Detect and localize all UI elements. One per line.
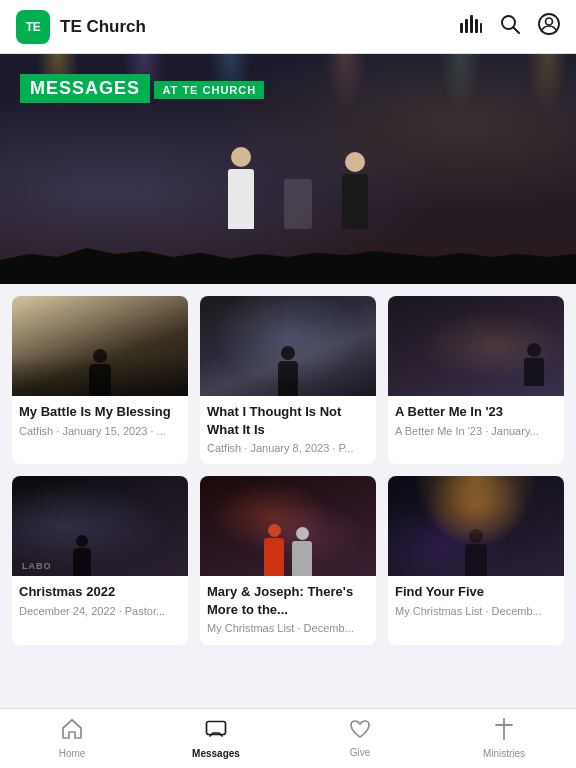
nav-label-messages: Messages: [192, 748, 240, 759]
person-silhouette-2: [278, 346, 298, 396]
nav-item-messages[interactable]: Messages: [144, 709, 288, 768]
messages-icon: [205, 718, 227, 745]
card-info-6: Find Your Five My Christmas List · Decem…: [388, 576, 564, 627]
messages-grid: My Battle Is My Blessing Catfish · Janua…: [0, 284, 576, 657]
svg-rect-4: [480, 23, 482, 33]
stats-icon[interactable]: [460, 15, 482, 38]
card-thumbnail-2: [200, 296, 376, 396]
nav-label-home: Home: [59, 748, 86, 759]
badge-sub-text: AT TE CHURCH: [154, 81, 264, 99]
card-meta-4: December 24, 2022 · Pastor...: [19, 604, 181, 618]
card-title-1: My Battle Is My Blessing: [19, 403, 181, 421]
card-meta-6: My Christmas List · Decemb...: [395, 604, 557, 618]
bottom-navigation: Home Messages Give Ministries: [0, 708, 576, 768]
card-grid: My Battle Is My Blessing Catfish · Janua…: [12, 296, 564, 645]
person-silhouette-1: [89, 349, 111, 396]
message-card-3[interactable]: A Better Me In '23 A Better Me In '23 · …: [388, 296, 564, 464]
card-thumbnail-1: [12, 296, 188, 396]
card-thumbnail-6: [388, 476, 564, 576]
nav-label-give: Give: [350, 747, 371, 758]
card-info-3: A Better Me In '23 A Better Me In '23 · …: [388, 396, 564, 447]
svg-rect-0: [460, 23, 463, 33]
card-title-6: Find Your Five: [395, 583, 557, 601]
nav-item-give[interactable]: Give: [288, 709, 432, 768]
app-title: TE Church: [60, 17, 460, 37]
give-icon: [349, 719, 371, 744]
svg-rect-3: [475, 19, 478, 33]
hero-banner: MESSAGES AT TE CHURCH: [0, 54, 576, 284]
card-title-5: Mary & Joseph: There's More to the...: [207, 583, 369, 618]
card-info-4: Christmas 2022 December 24, 2022 · Pasto…: [12, 576, 188, 627]
card-title-2: What I Thought Is Not What It Is: [207, 403, 369, 438]
card-thumbnail-3: [388, 296, 564, 396]
card-meta-1: Catfish · January 15, 2023 · ...: [19, 424, 181, 438]
nav-item-ministries[interactable]: Ministries: [432, 709, 576, 768]
svg-point-8: [546, 18, 553, 25]
nav-item-home[interactable]: Home: [0, 709, 144, 768]
svg-rect-1: [465, 19, 468, 33]
message-card-5[interactable]: Mary & Joseph: There's More to the... My…: [200, 476, 376, 644]
card-info-2: What I Thought Is Not What It Is Catfish…: [200, 396, 376, 464]
header-actions: [460, 13, 560, 40]
logo[interactable]: TE: [16, 10, 50, 44]
app-header: TE TE Church: [0, 0, 576, 54]
svg-rect-2: [470, 15, 473, 33]
card-thumbnail-4: LABO: [12, 476, 188, 576]
nav-label-ministries: Ministries: [483, 748, 525, 759]
message-card-4[interactable]: LABO Christmas 2022 December 24, 2022 · …: [12, 476, 188, 644]
card-title-4: Christmas 2022: [19, 583, 181, 601]
card-meta-2: Catfish · January 8, 2023 · P...: [207, 441, 369, 455]
badge-main-text: MESSAGES: [20, 74, 150, 103]
card-meta-3: A Better Me In '23 · January...: [395, 424, 557, 438]
search-icon[interactable]: [500, 14, 520, 39]
ministries-icon: [495, 718, 513, 745]
hero-figures: [228, 147, 368, 229]
message-card-2[interactable]: What I Thought Is Not What It Is Catfish…: [200, 296, 376, 464]
card-info-5: Mary & Joseph: There's More to the... My…: [200, 576, 376, 644]
card-thumbnail-5: [200, 476, 376, 576]
message-card-6[interactable]: Find Your Five My Christmas List · Decem…: [388, 476, 564, 644]
card-title-3: A Better Me In '23: [395, 403, 557, 421]
message-card-1[interactable]: My Battle Is My Blessing Catfish · Janua…: [12, 296, 188, 464]
logo-text: TE: [26, 20, 40, 34]
svg-line-6: [514, 28, 520, 34]
card-meta-5: My Christmas List · Decemb...: [207, 621, 369, 635]
profile-icon[interactable]: [538, 13, 560, 40]
person-silhouette-4: [73, 535, 91, 576]
home-icon: [61, 718, 83, 745]
hero-badge: MESSAGES AT TE CHURCH: [20, 74, 264, 107]
card-info-1: My Battle Is My Blessing Catfish · Janua…: [12, 396, 188, 447]
